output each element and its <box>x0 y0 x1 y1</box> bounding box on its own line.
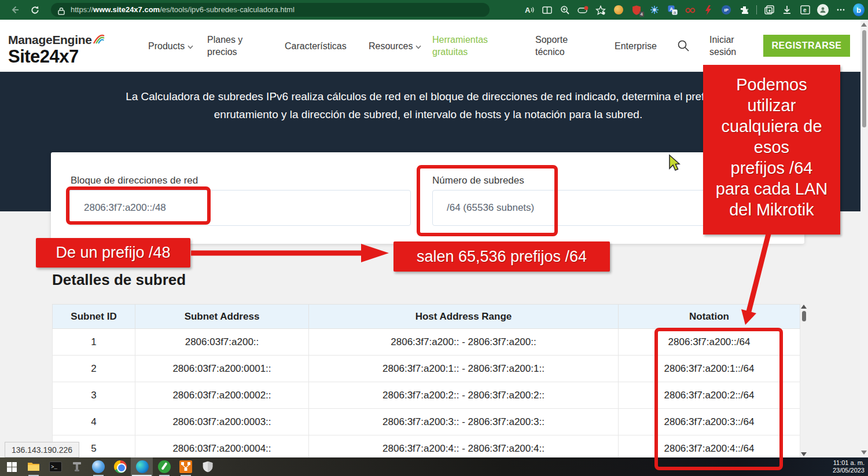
adblock-badge: 4 <box>639 12 644 17</box>
extension-red-glasses-icon[interactable] <box>685 4 696 16</box>
start-button[interactable] <box>5 460 19 473</box>
nav-features[interactable]: Características <box>285 40 347 52</box>
extension-red-lightning-icon[interactable] <box>703 4 714 16</box>
annotation-callout-usage: Podemos utilizar cualquiera de esos pref… <box>703 65 840 235</box>
annotation-arrow-right <box>190 242 390 264</box>
table-cell: 1 <box>53 329 135 356</box>
logo-swoosh-icon <box>93 33 105 45</box>
edge-icon[interactable] <box>135 460 149 473</box>
link-preview-tooltip: 136.143.190.226 <box>5 442 79 457</box>
table-cell: 2806:03f7:a200:: <box>135 329 309 356</box>
nav-products[interactable]: Products <box>148 40 193 52</box>
extension-ip-icon[interactable]: iP <box>720 4 732 16</box>
download-icon[interactable] <box>781 4 793 16</box>
chevron-down-icon <box>415 45 421 49</box>
nav-support[interactable]: Soporte técnico <box>535 34 577 58</box>
screenshot-root: https://www.site24x7.com/es/tools/ipv6-s… <box>0 0 868 476</box>
windows-security-shield-icon[interactable] <box>201 460 215 473</box>
split-screen-icon[interactable] <box>541 4 553 16</box>
nav-plans[interactable]: Planes y precios <box>207 34 247 58</box>
nav-enterprise-label: Enterprise <box>615 41 657 51</box>
nav-free-tools[interactable]: Herramientas gratuitas <box>432 34 497 58</box>
read-aloud-icon[interactable]: A <box>523 4 535 16</box>
winbox-tool-icon[interactable] <box>157 460 171 473</box>
more-menu-icon[interactable] <box>835 4 847 16</box>
toolbar-icon-group: A 4 Aa iP e b <box>523 0 865 20</box>
nav-plans-label: Planes y precios <box>207 35 242 57</box>
scroll-up-icon[interactable] <box>801 305 807 309</box>
favorites-star-icon[interactable] <box>595 4 606 16</box>
url-host: www.site24x7.com <box>93 5 160 14</box>
manageengine-logo-text: ManageEngine <box>8 33 92 46</box>
annotation-box-notation-column <box>654 328 783 470</box>
zoom-icon[interactable] <box>559 4 571 16</box>
nav-enterprise[interactable]: Enterprise <box>615 40 657 52</box>
site24x7-logo[interactable]: Site24x7 <box>8 46 79 67</box>
clock-date: 23/05/2023 <box>833 467 865 474</box>
table-header-row: Subnet ID Subnet Address Host Address Ra… <box>53 305 800 329</box>
browser-toolbar: https://www.site24x7.com/es/tools/ipv6-s… <box>0 0 868 20</box>
address-block-label: Bloque de direcciones de red <box>71 175 198 186</box>
taskbar-clock[interactable]: 11:01 a. m. 23/05/2023 <box>833 459 865 474</box>
table-scrollbar-thumb[interactable] <box>802 311 806 321</box>
nav-products-label: Products <box>148 41 185 51</box>
nav-resources[interactable]: Resources <box>369 40 421 52</box>
clock-time: 11:01 a. m. <box>833 459 865 467</box>
nav-sign-in[interactable]: Iniciar sesión <box>709 34 744 58</box>
page-scroll-up-icon[interactable] <box>861 23 867 27</box>
chrome-icon[interactable] <box>113 460 127 473</box>
extensions-puzzle-icon[interactable] <box>738 4 750 16</box>
lock-icon[interactable] <box>58 6 65 20</box>
col-header-host-range: Host Address Range <box>309 305 619 329</box>
annotation-box-address-input <box>66 186 211 225</box>
col-header-subnet-address: Subnet Address <box>135 305 309 329</box>
col-header-subnet-id: Subnet ID <box>53 305 135 329</box>
table-cell: 3 <box>53 382 135 409</box>
annotation-box-subnet-field <box>417 165 558 236</box>
file-explorer-icon[interactable] <box>27 460 41 473</box>
adblock-shield-icon[interactable]: 4 <box>631 4 642 16</box>
register-button[interactable]: REGISTRARSE <box>763 35 850 57</box>
winbox-sphere-icon[interactable] <box>91 460 105 473</box>
translate-icon[interactable]: Aa <box>667 4 678 16</box>
table-cell: 4 <box>53 409 135 435</box>
table-scrollbar[interactable] <box>800 305 807 456</box>
back-arrow-icon <box>10 5 20 15</box>
chevron-down-icon <box>187 45 193 49</box>
annotation-callout-result: salen 65,536 prefijos /64 <box>393 241 610 272</box>
tool-icon[interactable] <box>70 460 84 473</box>
nav-free-tools-label: Herramientas gratuitas <box>432 35 488 57</box>
table-cell: 2806:03f7:a200:0001:: <box>135 356 309 382</box>
command-prompt-icon[interactable]: >_ <box>49 460 62 473</box>
extension-blue-snowflake-icon[interactable] <box>649 4 660 16</box>
page-scrollbar[interactable] <box>860 20 868 457</box>
page-scrollbar-thumb[interactable] <box>862 30 866 127</box>
manageengine-logo[interactable]: ManageEngine <box>8 33 105 47</box>
ip-ext-label: iP <box>724 8 729 13</box>
svg-text:>_: >_ <box>51 464 57 470</box>
back-button[interactable] <box>9 4 21 16</box>
table-cell: 2806:3f7:a200:2:: - 2806:3f7:a200:2:: <box>309 382 619 409</box>
svg-text:a: a <box>673 9 676 14</box>
mouse-cursor <box>665 154 683 173</box>
nav-resources-label: Resources <box>369 41 413 51</box>
search-icon[interactable] <box>677 39 690 52</box>
collections-icon[interactable] <box>763 4 775 16</box>
svg-text:e: e <box>803 7 807 13</box>
scroll-down-icon[interactable] <box>801 452 807 456</box>
game-controller-icon[interactable] <box>577 4 589 16</box>
table-cell: 2806:03f7:a200:0002:: <box>135 382 309 409</box>
gns3-network-icon[interactable] <box>179 460 193 473</box>
svg-text:A: A <box>525 6 531 14</box>
profile-avatar[interactable] <box>817 4 829 16</box>
url-protocol: https:// <box>71 5 93 14</box>
page-scroll-down-icon[interactable] <box>861 451 867 455</box>
extension-orange-icon[interactable] <box>613 4 624 16</box>
annotation-arrow-down <box>730 232 777 331</box>
address-bar[interactable]: https://www.site24x7.com/es/tools/ipv6-s… <box>51 3 490 17</box>
url-text[interactable]: https://www.site24x7.com/es/tools/ipv6-s… <box>71 3 295 17</box>
bing-chat-icon[interactable]: b <box>853 4 865 16</box>
edge-sidebar-icon[interactable]: e <box>799 4 811 16</box>
section-title: Detalles de subred <box>52 271 186 289</box>
refresh-button[interactable] <box>29 4 41 16</box>
